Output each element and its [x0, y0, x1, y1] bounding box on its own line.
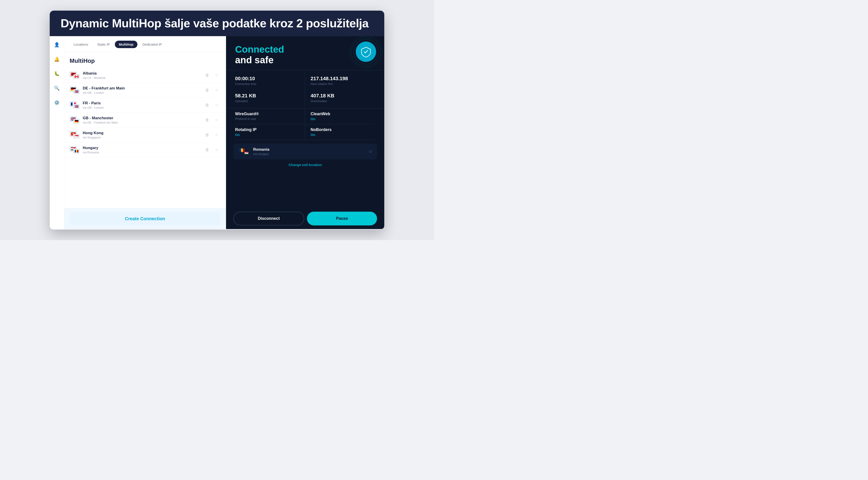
stat-label-ip: Next rotation N/A — [311, 82, 375, 85]
star-icon-fr[interactable]: ☆ — [213, 101, 220, 109]
delete-icon-hu[interactable]: 🗑 — [204, 146, 211, 153]
main-content: 👤 🔔 🐛 🔍 ⚙️ Locations Static IP MultiHop … — [50, 36, 384, 229]
tab-locations[interactable]: Locations — [70, 41, 92, 48]
feature-value-cleanweb: On — [311, 117, 375, 121]
star-icon-hu[interactable]: ☆ — [213, 146, 220, 153]
app-content: Locations Static IP MultiHop Dedicated I… — [64, 36, 226, 229]
feature-row-protocol: WireGuard® Protocol in use CleanWeb On — [235, 108, 375, 124]
item-actions-fr: 🗑 ☆ — [204, 101, 220, 109]
stat-value-uploaded: 58.21 KB — [235, 93, 301, 99]
sidebar-icon-person[interactable]: 👤 — [53, 41, 61, 49]
flag-secondary-hu: 🇷🇴 — [73, 149, 80, 153]
tab-static-ip[interactable]: Static IP — [93, 41, 114, 48]
stat-uploaded: 58.21 KB Uploaded — [235, 89, 305, 106]
list-item: 🇦🇱 🇨🇦 Albania via CA - Montreal 🗑 ☆ — [64, 68, 226, 83]
list-item: 🇭🇺 🇷🇴 Hungary via Romania 🗑 ☆ — [64, 142, 226, 158]
stat-downloaded: 407.18 KB Downloaded — [305, 89, 375, 106]
current-location-text: Romania via Hungary — [253, 147, 365, 156]
flag-stack-gb: 🇬🇧 🇩🇪 — [70, 116, 80, 124]
feature-row-ip: Rotating IP On NoBorders On — [235, 124, 375, 140]
delete-icon-de[interactable]: 🗑 — [204, 87, 211, 94]
star-icon-gb[interactable]: ☆ — [213, 116, 220, 124]
current-location-via: via Hungary — [253, 152, 365, 156]
flag-secondary-fr: 🇬🇧 — [73, 104, 80, 109]
flag-secondary-gb: 🇩🇪 — [73, 119, 80, 124]
svg-point-2 — [350, 36, 382, 68]
favorite-current-location-icon[interactable]: ☆ — [368, 149, 373, 154]
item-actions-gb: 🗑 ☆ — [204, 116, 220, 124]
delete-icon-gb[interactable]: 🗑 — [204, 116, 211, 124]
item-actions-albania: 🗑 ☆ — [204, 72, 220, 79]
stat-label-downloaded: Downloaded — [311, 99, 375, 103]
feature-value-noborders: On — [311, 133, 375, 137]
location-name-gb: GB - Manchester — [83, 116, 200, 121]
feature-rotating-ip: Rotating IP On — [235, 124, 305, 140]
tab-multihop[interactable]: MultiHop — [115, 41, 137, 48]
list-item: 🇫🇷 🇬🇧 FR - Paris via GB - London 🗑 ☆ — [64, 98, 226, 113]
location-text-gb: GB - Manchester via DE - Frankfurt am Ma… — [83, 116, 200, 124]
location-via-hk: via Singapore — [83, 136, 200, 139]
sidebar-icon-bell[interactable]: 🔔 — [53, 55, 61, 63]
item-actions-de: 🗑 ☆ — [204, 87, 220, 94]
delete-icon-hk[interactable]: 🗑 — [204, 131, 211, 138]
item-actions-hk: 🗑 ☆ — [204, 131, 220, 138]
right-panel: Connected and safe 00:00:10 Connection t… — [226, 36, 384, 229]
flag-secondary-hk: 🇸🇬 — [73, 134, 80, 138]
star-icon-de[interactable]: ☆ — [213, 87, 220, 94]
feature-value-rotating-ip: On — [235, 133, 301, 137]
change-exit-location-link[interactable]: Change exit location — [226, 163, 384, 167]
list-title: MultiHop — [64, 52, 226, 68]
flag-stack-de: 🇩🇪 🇬🇧 — [70, 87, 80, 94]
location-text-fr: FR - Paris via GB - London — [83, 101, 200, 109]
flag-stack-hk: 🇭🇰 🇸🇬 — [70, 131, 80, 138]
tabs-container: Locations Static IP MultiHop Dedicated I… — [64, 41, 226, 52]
delete-icon-albania[interactable]: 🗑 — [204, 72, 211, 79]
create-connection-button[interactable]: Create Connection — [70, 212, 220, 226]
list-item: 🇩🇪 🇬🇧 DE - Frankfurt am Main via GB - Lo… — [64, 83, 226, 98]
star-icon-albania[interactable]: ☆ — [213, 72, 220, 79]
feature-name-cleanweb: CleanWeb — [311, 112, 375, 116]
disconnect-button[interactable]: Disconnect — [233, 212, 304, 226]
feature-name-noborders: NoBorders — [311, 127, 375, 132]
stat-connection-time: 00:00:10 Connection time — [235, 72, 305, 89]
star-icon-hk[interactable]: ☆ — [213, 131, 220, 138]
location-text-albania: Albania via CA - Montreal — [83, 71, 200, 79]
ring-svg — [349, 36, 383, 69]
delete-icon-fr[interactable]: 🗑 — [204, 101, 211, 109]
current-flag-secondary: 🇭🇺 — [243, 151, 250, 156]
location-via-gb: via DE - Frankfurt am Main — [83, 121, 200, 124]
list-item: 🇬🇧 🇩🇪 GB - Manchester via DE - Frankfurt… — [64, 113, 226, 128]
header-title: Dynamic MultiHop šalje vaše podatke kroz… — [61, 17, 373, 30]
item-actions-hu: 🗑 ☆ — [204, 146, 220, 153]
location-via-albania: via CA - Montreal — [83, 76, 200, 79]
feature-name-wireguard: WireGuard® — [235, 112, 301, 116]
location-name-hu: Hungary — [83, 146, 200, 150]
stat-value-connection-time: 00:00:10 — [235, 76, 301, 81]
location-via-hu: via Romania — [83, 151, 200, 154]
location-name-hk: Hong Kong — [83, 131, 200, 135]
stat-value-ip: 217.148.143.198 — [311, 76, 375, 81]
current-flag-stack: 🇷🇴 🇭🇺 — [238, 147, 250, 156]
flag-stack-fr: 🇫🇷 🇬🇧 — [70, 101, 80, 109]
location-via-de: via GB - London — [83, 91, 200, 95]
tab-dedicated-ip[interactable]: Dedicated IP — [138, 41, 166, 48]
location-text-hu: Hungary via Romania — [83, 146, 200, 154]
svg-point-1 — [351, 37, 381, 66]
feature-rows: WireGuard® Protocol in use CleanWeb On R… — [226, 108, 384, 140]
feature-name-rotating-ip: Rotating IP — [235, 127, 301, 132]
stats-grid: 00:00:10 Connection time 217.148.143.198… — [226, 70, 384, 108]
pause-button[interactable]: Pause — [307, 212, 377, 226]
location-name-fr: FR - Paris — [83, 101, 200, 105]
feature-wireguard: WireGuard® Protocol in use — [235, 108, 305, 124]
sidebar-icon-search[interactable]: 🔍 — [53, 84, 61, 92]
location-text-de: DE - Frankfurt am Main via GB - London — [83, 86, 200, 95]
sidebar-icon-settings[interactable]: ⚙️ — [53, 99, 61, 107]
stat-value-downloaded: 407.18 KB — [311, 93, 375, 99]
stat-label-uploaded: Uploaded — [235, 99, 301, 103]
flag-stack-albania: 🇦🇱 🇨🇦 — [70, 72, 80, 79]
page-wrapper: Dynamic MultiHop šalje vaše podatke kroz… — [0, 0, 434, 240]
sidebar-icon-bug[interactable]: 🐛 — [53, 70, 61, 78]
location-text-hk: Hong Kong via Singapore — [83, 131, 200, 139]
flag-stack-hu: 🇭🇺 🇷🇴 — [70, 146, 80, 153]
left-panel: 👤 🔔 🐛 🔍 ⚙️ Locations Static IP MultiHop … — [50, 36, 226, 229]
